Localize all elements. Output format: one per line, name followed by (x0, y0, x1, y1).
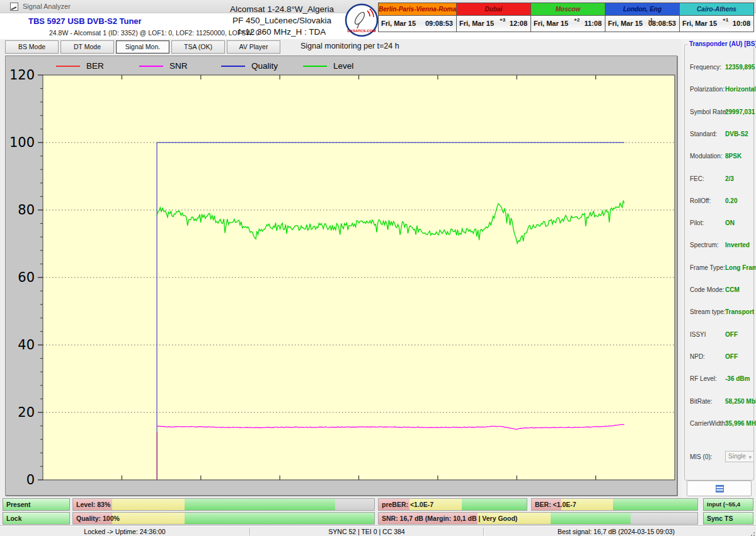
feed-line-1: Alcomsat 1-24.8°W_Algeria (227, 4, 337, 15)
lock-indicator: Lock (3, 512, 70, 525)
clock-date: Fri, Mar 15 (381, 20, 416, 27)
monitoring-caption: Signal monitoring per t=24 h (301, 42, 399, 50)
clock-date: Fri, Mar 15 (459, 20, 494, 27)
field-value: ON (725, 219, 735, 226)
field-value: 8PSK (725, 153, 742, 160)
clock-berlin: Berlin-Paris-Vienna-Roma Fri, Mar 15 09:… (379, 3, 457, 32)
field-label: Spectrum: (690, 242, 719, 248)
tab-bs-mode[interactable]: BS Mode (5, 40, 59, 54)
clock-london: London, Eng Fri, Mar 15 -1 08:08:53 (605, 3, 680, 32)
clock-city-label: Dubai (457, 3, 530, 16)
field-value: 0.20 (725, 197, 737, 204)
tab-signal-mon[interactable]: Signal Mon. (116, 40, 169, 54)
clock-date: Fri, Mar 15 (534, 20, 568, 27)
clock-city-label: Moscow (531, 3, 605, 16)
preber-bar: preBER: <1.0E-7 (378, 498, 527, 511)
chevron-down-icon: ▾ (748, 452, 752, 462)
field-value: 2/3 (725, 175, 734, 182)
clock-city-label: Berlin-Paris-Vienna-Roma (379, 3, 456, 16)
field-label: Frame Type: (690, 264, 725, 271)
tuner-title: TBS 5927 USB DVB-S2 Tuner (28, 16, 142, 26)
signal-monitoring-chart: 020406080100120 (6, 56, 677, 495)
field-label: NPD: (690, 353, 705, 360)
clock-time: 10:08 (733, 20, 750, 27)
clock-time: 12:08 (510, 20, 527, 27)
clock-time: 11:08 (584, 20, 602, 27)
feed-line-2: PF 450_Lučenec/Slovakia (227, 15, 337, 26)
field-label: Modulation: (690, 153, 723, 160)
field-label: RF Level: (690, 375, 717, 382)
signal-chart-panel: BER SNR Quality Level 020406080100120 (5, 55, 677, 496)
clock-date: Fri, Mar 15 (682, 20, 717, 27)
clock-offset: +3 (500, 17, 505, 23)
field-value: 12359,895 MHz (725, 64, 756, 71)
field-label: Stream type: (690, 308, 726, 315)
mis-dropdown[interactable]: Single ▾ (725, 451, 754, 462)
tab-tsa[interactable]: TSA (OK) (171, 40, 225, 54)
transponder-list-button[interactable] (687, 481, 752, 496)
feed-info: Alcomsat 1-24.8°W_Algeria PF 450_Lučenec… (227, 4, 337, 38)
field-value: Transport (725, 308, 754, 315)
transponder-title: Transponder (AU) [BS] (687, 40, 756, 47)
clock-cairo: Cairo-Athens Fri, Mar 15 +1 10:08 (680, 3, 753, 32)
level-bar: Level: 83% (72, 498, 375, 511)
feed-line-3: f=12 360 MHz_H : TDA (227, 26, 337, 38)
svg-text:120: 120 (9, 67, 35, 83)
mis-label: MIS (0): (690, 453, 713, 460)
field-label: Symbol Rate: (690, 108, 728, 115)
svg-text:20: 20 (18, 405, 35, 420)
logo-text: DXSATCS.COM (347, 28, 375, 33)
field-value: Long Frame (725, 264, 756, 271)
tab-av-player[interactable]: AV Player (227, 40, 280, 54)
world-clocks: Berlin-Paris-Vienna-Roma Fri, Mar 15 09:… (378, 3, 754, 32)
status-sync-counters: SYNC 52 | TEI 0 | CC 384 (250, 527, 483, 536)
field-value: 35,996 MHz (725, 420, 756, 427)
field-value: 29997,031 KS/s (725, 108, 756, 115)
field-label: Code Mode: (690, 286, 724, 293)
tab-dt-mode[interactable]: DT Mode (60, 40, 114, 54)
clock-city-label: London, Eng (605, 3, 679, 16)
dxsatcs-logo: DXSATCS.COM (345, 3, 379, 37)
status-uptime: Locked -> Uptime: 24:36:00 (0, 527, 249, 536)
clock-offset: +2 (574, 17, 580, 23)
clock-date: Fri, Mar 15 (608, 20, 643, 27)
snr-bar: SNR: 16,7 dB (Margin: 10,1 dB | Very Goo… (378, 512, 698, 525)
field-value: CCM (725, 286, 740, 293)
field-label: Pilot: (690, 219, 704, 226)
field-value: OFF (725, 353, 738, 360)
field-label: ISSYI (690, 331, 706, 338)
clock-time: 09:08:53 (425, 20, 453, 27)
svg-text:60: 60 (18, 270, 35, 285)
resize-grip[interactable] (753, 532, 755, 533)
field-label: RollOff: (690, 197, 711, 204)
sync-ts-indicator: Sync TS (703, 512, 753, 525)
input-indicator: Input (~55,4 Mbps) (703, 498, 753, 511)
field-label: FEC: (690, 175, 704, 182)
svg-text:0: 0 (26, 472, 35, 487)
clock-time: 08:08:53 (648, 20, 676, 27)
clock-offset: +1 (723, 17, 728, 23)
clock-moscow: Moscow Fri, Mar 15 +2 11:08 (531, 3, 605, 32)
list-icon (716, 485, 724, 492)
present-indicator: Present (3, 498, 70, 511)
svg-text:100: 100 (9, 135, 35, 150)
field-label: Polarization: (690, 86, 724, 93)
clock-city-label: Cairo-Athens (680, 3, 753, 16)
signal-analyzer-window: Signal Analyzer TBS 5927 USB DVB-S2 Tune… (0, 0, 756, 536)
field-value: DVB-S2 (725, 131, 748, 137)
window-title: Signal Analyzer (23, 3, 71, 10)
app-icon (10, 3, 18, 11)
svg-text:80: 80 (18, 202, 35, 218)
field-label: BitRate: (690, 398, 713, 405)
ber-bar: BER: <1.0E-7 (531, 498, 698, 511)
field-label: Standard: (690, 131, 717, 137)
transponder-groupbox: Transponder (AU) [BS] Frequency:12359,89… (684, 44, 754, 481)
field-value: Horizontal (725, 86, 756, 93)
field-label: Frequency: (690, 64, 721, 71)
field-value: 58,250 Mbit/s (725, 398, 756, 405)
field-value: Inverted (725, 242, 750, 248)
transponder-sidebar: Transponder (AU) [BS] Frequency:12359,89… (682, 39, 756, 526)
header: TBS 5927 USB DVB-S2 Tuner 24.8W - Alcoms… (0, 13, 756, 39)
svg-text:40: 40 (18, 337, 35, 352)
quality-bar: Quality: 100% (72, 512, 375, 525)
